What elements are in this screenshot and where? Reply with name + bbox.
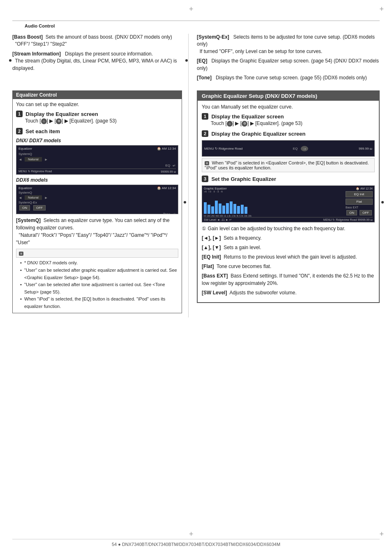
geq-bar-2.5k[interactable] [230, 201, 233, 214]
eq-subtitle: You can set up the equalizer. [16, 102, 178, 107]
systemq-label: [SystemQ] [16, 217, 41, 223]
geq-desc-1: ① Gain level can be adjusted by touching… [202, 225, 375, 232]
geq-on-btn[interactable]: ON [346, 210, 357, 215]
geq-step2-title: Display the Graphic Equalizer screen [211, 131, 305, 137]
geq-desc-freq: [◄], [►] Sets a frequency. [202, 234, 375, 242]
dnx-systemq: SystemQ [18, 152, 32, 156]
ddx6-on[interactable]: ON [19, 205, 30, 210]
geq-desc-1-num: ① [202, 226, 206, 231]
geq-step3-num: 3 [202, 176, 208, 182]
geq-bar-160[interactable] [208, 205, 210, 214]
geq-bar-400[interactable] [215, 201, 218, 214]
geq-s2-eq: EQ [293, 147, 298, 150]
graphic-eq-section: Graphic Equalizer Setup (DNX/ DDX7 model… [197, 90, 380, 303]
geq-note-text: When "iPod" is selected in <Equalizer Co… [205, 160, 369, 170]
ddx6-enter: ↵ [173, 212, 176, 214]
systemq-ex-item: [SystemQ-Ex] Selects items to be adjuste… [197, 34, 380, 55]
geq-s2-arrow: → [301, 146, 308, 151]
tone-item: [Tone] Displays the Tone curve setup scr… [197, 74, 380, 81]
geq-screen-icon: 🏠 AM 12:34 [356, 187, 373, 190]
crosshair-top-left: + [189, 5, 194, 14]
geq-bass-ext-label: Bass EXT [346, 206, 373, 209]
geq-bar-1k[interactable] [222, 206, 225, 214]
geq-step1: 1 Display the Equalizer screen Touch [⌂]… [202, 113, 375, 127]
geq-bars[interactable] [204, 193, 344, 215]
systemq-desc: [SystemQ] Selects an equalizer curve typ… [16, 217, 178, 246]
stream-info-label: [Stream Information] [12, 51, 61, 57]
geq-bar-63[interactable] [204, 202, 207, 214]
crosshair-bottom-left: + [189, 530, 194, 539]
eq-step1-body: Touch [⌂] ▶ [⚙] ▶ [Equalizer]. (page 53) [25, 117, 178, 125]
geq-bar-10k[interactable] [241, 205, 244, 214]
geq-eq-init-btn[interactable]: EQ Init [346, 191, 373, 197]
graphic-eq-title: Graphic Equalizer Setup (DNX/ DDX7 model… [202, 93, 317, 99]
geq-bar-1.6k[interactable] [226, 203, 229, 214]
header-title: Audio Control [25, 23, 55, 28]
bass-boost-label: [Bass Boost] [12, 34, 43, 40]
geq-desc-list: ① Gain level can be adjusted by touching… [202, 225, 375, 296]
crosshair-top-right: + [379, 5, 384, 14]
geq-sw-label: [SW Level] [202, 290, 227, 296]
geq-desc-gain: [▲], [▼] Sets a gain level. [202, 244, 375, 251]
ddx6-systemq-ex: SystemQ-Ex [18, 201, 176, 204]
graphic-eq-header: Graphic Equalizer Setup (DNX/ DDX7 model… [198, 91, 379, 101]
note-item-2: "User" can be selected after graphic equ… [20, 267, 178, 281]
geq-bar-4k[interactable] [233, 204, 236, 214]
geq-sw-level: SW Level ◄ -11 ► ↵ [204, 218, 232, 222]
geq-step3: 3 Set the Graphic Equalizer [202, 176, 375, 182]
dnx-next: ► [44, 157, 48, 162]
geq-flat-btn[interactable]: Flat [346, 199, 373, 205]
page-footer: 54 ● DNX7340BT/DNX7340BTM/DDX7034BT/DDX7… [12, 539, 380, 547]
divider-dot-right2 [381, 201, 384, 204]
geq-bar-250[interactable] [211, 206, 214, 214]
geq-s2-menu: MENU ↻ Ridgeview Road [204, 147, 242, 150]
settings-icon: ⚙ [56, 118, 62, 124]
dnx-menu: MENU ↻ Ridgeview Road [18, 170, 52, 173]
dnx-screen: Equalizer 🏠 AM 12:34 SystemQ ◄ Natural ► [16, 145, 178, 175]
note-icon: ≡ [19, 252, 23, 256]
geq-step2-num: 2 [202, 130, 208, 137]
dnx-enter: ↵ [173, 164, 176, 168]
eq-label: [EQ] [197, 58, 207, 64]
geq-bar-6.3k[interactable] [237, 206, 240, 214]
geq-note-icon: ≡ [205, 161, 209, 165]
note-item-3: "User" can be selected after tone adjust… [20, 281, 178, 296]
stream-info-item: [Stream Information] Displays the presen… [12, 51, 182, 72]
geq-menu-bottom: MENU ↻ Ridgeview Road 99999.99 ш [323, 218, 373, 222]
eq-notes-list: * DNX/ DDX7 models only. "User" can be s… [16, 259, 178, 310]
geq-step1-num: 1 [202, 113, 208, 120]
bass-boost-item: [Bass Boost] Sets the amount of bass boo… [12, 34, 182, 48]
dnx-price: 99999.99 ш [161, 170, 176, 173]
dnx-natural: Natural [25, 157, 42, 162]
geq-home-icon: ⌂ [227, 121, 233, 127]
geq-settings-icon: ⚙ [242, 121, 247, 127]
ddx6-screen-title: Equalizer [18, 186, 32, 190]
equalizer-control-section: Equalizer Control You can set up the equ… [12, 90, 182, 313]
eq-step1-num: 1 [16, 111, 23, 117]
dnx-eq-btn: EQ [166, 164, 171, 168]
crosshair-bottom-right: + [379, 530, 384, 539]
divider-dot-mid [184, 201, 186, 204]
geq-freq-label: [◄], [►] [202, 235, 221, 241]
ddx6-natural: Natural [25, 195, 42, 200]
eq-step1-title: Display the Equalizer screen [25, 111, 98, 117]
geq-step1-title: Display the Equalizer screen [211, 113, 284, 120]
geq-bar-630[interactable] [219, 204, 221, 214]
geq-step2: 2 Display the Graphic Equalizer screen [202, 130, 375, 137]
equalizer-control-title: Equalizer Control [16, 92, 57, 98]
geq-step1-body: Touch [⌂] ▶ [⚙] ▶ [Equalizer]. (page 53) [211, 120, 375, 127]
geq-bar-16k[interactable] [244, 207, 247, 214]
geq-desc-init: [EQ Init] Returns to the previous level … [202, 253, 375, 261]
geq-off-btn[interactable]: OFF [360, 210, 372, 215]
ddx6-off[interactable]: OFF [33, 205, 46, 210]
dnx-screen-icon: 🏠 AM 12:34 [157, 147, 176, 150]
geq-s2-price: 999.99 ш [359, 147, 372, 150]
ddx6-screen-icon: 🏠 AM 12:34 [157, 186, 176, 190]
note-item-1: * DNX/ DDX7 models only. [20, 259, 178, 267]
geq-subtitle: You can Manually set the equalizer curve… [202, 104, 375, 110]
eq-step1: 1 Display the Equalizer screen Touch [⌂]… [16, 111, 178, 125]
geq-step2-screen: MENU ↻ Ridgeview Road EQ → 999.99 ш [202, 140, 375, 157]
equalizer-control-header: Equalizer Control [13, 91, 182, 99]
eq-step2-num: 2 [16, 128, 23, 134]
geq-gain-label: [▲], [▼] [202, 245, 221, 250]
